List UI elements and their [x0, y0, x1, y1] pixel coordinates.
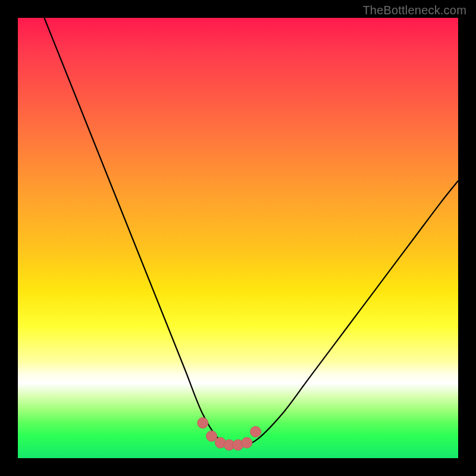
valley-marker — [242, 437, 252, 448]
valley-marker — [250, 427, 261, 437]
plot-area — [18, 18, 458, 458]
chart-svg — [18, 18, 458, 458]
bottleneck-curve — [44, 18, 458, 445]
valley-marker — [198, 418, 208, 428]
watermark-text: TheBottleneck.com — [362, 4, 466, 17]
chart-frame: TheBottleneck.com — [0, 0, 476, 476]
valley-marker — [206, 431, 217, 441]
valley-markers — [198, 418, 261, 450]
